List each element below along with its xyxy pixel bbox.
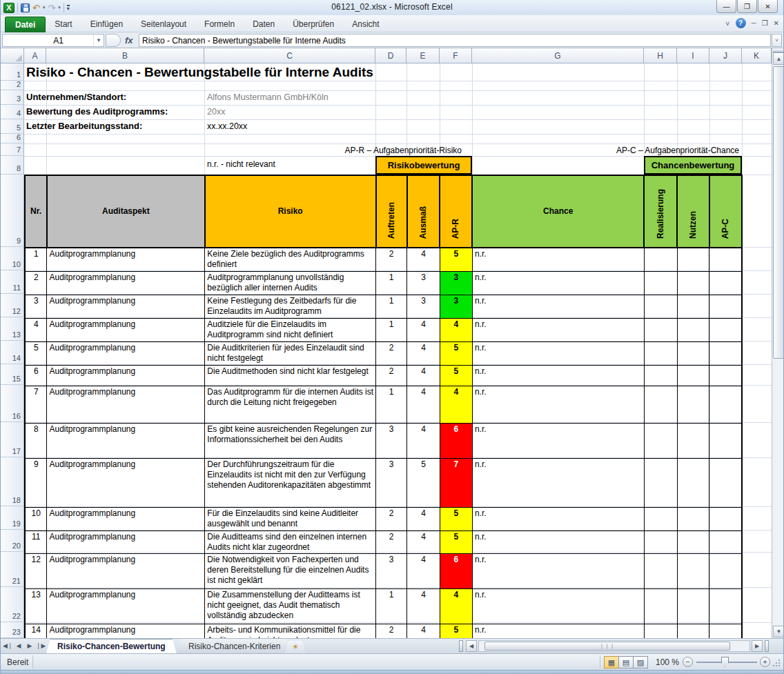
cell-auftreten[interactable]: 1: [376, 318, 407, 341]
cell-sheet-title[interactable]: Risiko - Chancen - Bewertungstabelle für…: [26, 65, 373, 80]
cell-auditaspekt[interactable]: Auditprogrammplanung: [47, 386, 205, 423]
cell-chance[interactable]: n.r.: [472, 588, 644, 624]
minimize-button[interactable]: —: [716, 0, 736, 13]
vertical-scroll-thumb[interactable]: [773, 66, 784, 359]
cell-realisierung[interactable]: [644, 458, 677, 507]
cell-ap-r[interactable]: 5: [440, 248, 472, 271]
cell-nutzen[interactable]: [677, 507, 709, 531]
cell-auftreten[interactable]: 1: [376, 588, 407, 624]
cell-realisierung[interactable]: [644, 318, 677, 341]
cell-ap-c[interactable]: [709, 531, 742, 553]
cell-ausmass[interactable]: 4: [407, 588, 440, 624]
info-label[interactable]: Bewertung des Auditprogramms:: [26, 106, 168, 117]
row-header-11[interactable]: 11: [1, 270, 24, 294]
row-header-1[interactable]: 1: [1, 63, 24, 81]
cell-ausmass[interactable]: 4: [407, 341, 440, 365]
ribbon-tab-start[interactable]: Start: [46, 17, 81, 32]
row-header-12[interactable]: 12: [1, 294, 24, 317]
row-header-9[interactable]: 9: [1, 175, 24, 247]
info-value[interactable]: Alfons Mustermann GmbH/Köln: [207, 92, 329, 102]
cell-ausmass[interactable]: 4: [407, 423, 440, 458]
ribbon-tab-daten[interactable]: Daten: [244, 17, 284, 32]
cell-ap-c[interactable]: [709, 271, 742, 295]
row-header-17[interactable]: 17: [1, 422, 24, 457]
cell-ap-r[interactable]: 5: [440, 624, 472, 638]
header-ausmass[interactable]: Ausmaß: [407, 175, 440, 248]
vertical-scrollbar[interactable]: ▲ ▼: [772, 48, 784, 638]
insert-worksheet-icon[interactable]: ✳: [285, 641, 306, 653]
row-header-22[interactable]: 22: [1, 587, 24, 622]
cell-nr[interactable]: 5: [25, 341, 47, 365]
cell-realisierung[interactable]: [644, 248, 677, 271]
cell-chance[interactable]: n.r.: [472, 423, 644, 458]
page-layout-view-icon[interactable]: ▤: [618, 656, 634, 668]
cell-ausmass[interactable]: 4: [407, 386, 440, 423]
chance-group-header[interactable]: Chancenbewertung: [644, 156, 742, 175]
tab-split-handle[interactable]: [459, 640, 463, 652]
cell-auftreten[interactable]: 3: [376, 458, 407, 507]
cell-risiko[interactable]: Arbeits- und Kommunikationsmittel für di…: [205, 624, 376, 638]
cell-nr[interactable]: 6: [25, 365, 47, 386]
scroll-split-handle[interactable]: [765, 640, 769, 652]
cell-ausmass[interactable]: 5: [407, 458, 440, 507]
row-header-19[interactable]: 19: [1, 506, 24, 530]
cell-auftreten[interactable]: 2: [376, 507, 407, 531]
column-header-A[interactable]: A: [24, 48, 46, 63]
cell-risiko[interactable]: Es gibt keine ausreichenden Regelungen z…: [205, 423, 376, 458]
scroll-left-icon[interactable]: ◀: [466, 640, 477, 652]
column-header-D[interactable]: D: [375, 48, 406, 63]
formula-bar-expand-icon[interactable]: ˅: [772, 34, 782, 47]
cell-nutzen[interactable]: [677, 295, 709, 318]
cell-ap-c[interactable]: [709, 295, 742, 318]
header-auftreten[interactable]: Auftreten: [376, 175, 407, 248]
cell-nutzen[interactable]: [677, 553, 709, 588]
cell-chance[interactable]: n.r.: [472, 341, 644, 365]
cell-chance[interactable]: n.r.: [472, 386, 644, 423]
horizontal-scrollbar[interactable]: ◀ ❘❘❘ ▶: [459, 640, 770, 652]
normal-view-icon[interactable]: ▦: [604, 656, 619, 668]
cell-ap-r[interactable]: 5: [440, 341, 472, 365]
cell-ausmass[interactable]: 3: [407, 271, 440, 295]
cell-ap-c[interactable]: [709, 507, 742, 531]
scroll-up-icon[interactable]: ▲: [773, 52, 784, 65]
cell-realisierung[interactable]: [644, 624, 677, 638]
cell-ap-c[interactable]: [709, 553, 742, 588]
header-risiko[interactable]: Risiko: [205, 175, 376, 248]
cell-ausmass[interactable]: 4: [407, 624, 440, 638]
row-header-14[interactable]: 14: [1, 341, 24, 364]
cell-nutzen[interactable]: [677, 386, 709, 423]
cell-auditaspekt[interactable]: Auditprogrammplanung: [47, 318, 205, 341]
cell-chance[interactable]: n.r.: [472, 248, 644, 271]
cell-chance[interactable]: n.r.: [472, 531, 644, 553]
zoom-slider-thumb[interactable]: [721, 657, 729, 667]
column-header-C[interactable]: C: [204, 48, 375, 63]
horizontal-scroll-thumb[interactable]: ❘❘❘: [484, 642, 730, 651]
cell-nutzen[interactable]: [677, 531, 709, 553]
cell-ausmass[interactable]: 4: [407, 507, 440, 531]
cell-nr[interactable]: 13: [25, 588, 47, 624]
cell-nr[interactable]: 11: [25, 531, 47, 553]
cell-auditaspekt[interactable]: Auditprogrammplanung: [47, 365, 205, 386]
scroll-down-icon[interactable]: ▼: [773, 626, 784, 637]
cell-ap-c[interactable]: [709, 423, 742, 458]
sheet-tab-active[interactable]: Risiko-Chancen-Bewertung: [46, 639, 177, 653]
cell-auditaspekt[interactable]: Auditprogrammplanung: [47, 588, 205, 624]
column-header-G[interactable]: G: [472, 48, 644, 63]
cell-realisierung[interactable]: [644, 507, 677, 531]
name-box[interactable]: A1 ▼: [2, 34, 104, 47]
cell-auditaspekt[interactable]: Auditprogrammplanung: [47, 531, 205, 553]
cell-ap-r[interactable]: 4: [440, 318, 472, 341]
cell-chance[interactable]: n.r.: [472, 507, 644, 531]
column-header-F[interactable]: F: [440, 48, 472, 63]
cell-ausmass[interactable]: 4: [407, 318, 440, 341]
cell-auftreten[interactable]: 2: [376, 365, 407, 386]
cell-ap-c[interactable]: [709, 318, 742, 341]
cell-ap-r[interactable]: 6: [440, 423, 472, 458]
cell-risiko[interactable]: Der Durchführungszeitraum für die Einzel…: [205, 458, 376, 507]
cell-risiko[interactable]: Die Auditteams sind den einzelnen intern…: [205, 531, 376, 553]
cell-nr[interactable]: 8: [25, 423, 47, 458]
cell-auftreten[interactable]: 2: [376, 248, 407, 271]
zoom-level-label[interactable]: 100 %: [656, 657, 679, 667]
cell-auftreten[interactable]: 3: [376, 423, 407, 458]
cell-nutzen[interactable]: [677, 624, 709, 638]
